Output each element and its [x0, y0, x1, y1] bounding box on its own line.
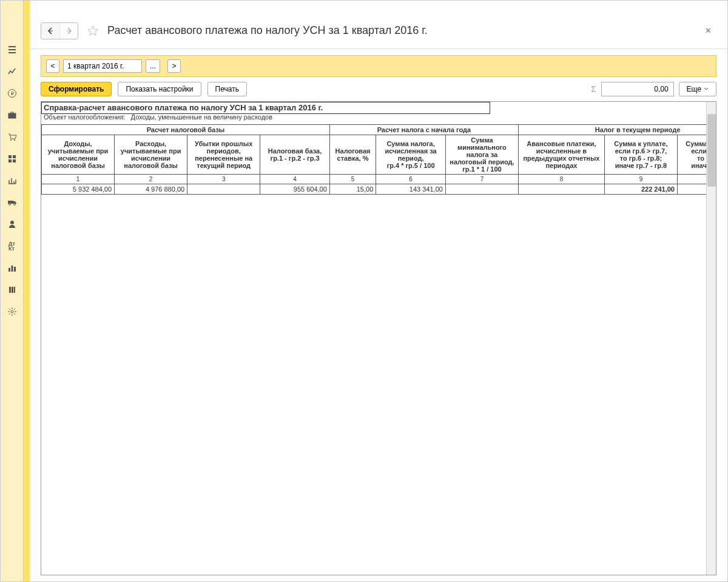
- tax-object-value: Доходы, уменьшенные на величину расходов: [131, 113, 272, 121]
- cell: [445, 184, 518, 195]
- nav-forward-button[interactable]: [59, 23, 78, 39]
- scrollbar-thumb[interactable]: [707, 114, 716, 187]
- group-header: Налог в текущем периоде: [518, 125, 716, 135]
- svg-rect-19: [14, 287, 15, 293]
- report-title: Справка-расчет авансового платежа по нал…: [41, 102, 716, 113]
- svg-rect-15: [11, 266, 13, 272]
- col-header: Расходы, учитываемые при исчислении нало…: [115, 135, 187, 175]
- col-num: 5: [329, 175, 376, 184]
- more-button-label: Еще: [687, 85, 701, 93]
- period-select-button[interactable]: ...: [146, 59, 160, 73]
- group-header: Расчет налога с начала года: [329, 125, 518, 135]
- vertical-scrollbar[interactable]: [706, 102, 716, 575]
- more-button[interactable]: Еще: [679, 82, 716, 96]
- menu-icon[interactable]: [5, 43, 19, 56]
- col-num: 6: [376, 175, 446, 184]
- svg-rect-3: [11, 112, 13, 113]
- svg-rect-16: [14, 267, 16, 272]
- svg-point-12: [13, 204, 15, 206]
- sum-field[interactable]: [601, 82, 674, 96]
- col-num: 7: [445, 175, 518, 184]
- transactions-icon[interactable]: ДтКт: [5, 239, 19, 253]
- close-button[interactable]: ✕: [700, 24, 716, 38]
- generate-button[interactable]: Сформировать: [41, 82, 112, 96]
- col-num: 2: [115, 175, 187, 184]
- tax-object-label: Объект налогообложения:: [44, 113, 125, 121]
- cell: [518, 184, 604, 195]
- nav-back-button[interactable]: [41, 23, 59, 39]
- table-row[interactable]: 5 932 484,00 4 976 880,00 955 604,00 15,…: [42, 184, 717, 195]
- svg-rect-8: [8, 159, 12, 162]
- accent-strip: [24, 1, 30, 581]
- svg-point-4: [10, 139, 12, 141]
- table-colnum-row: 1 2 3 4 5 6 7 8 9 10: [42, 175, 717, 184]
- favorite-star-icon[interactable]: [86, 24, 100, 38]
- arrow-right-icon: [66, 27, 73, 35]
- col-num: 4: [260, 175, 330, 184]
- toolbar: Сформировать Показать настройки Печать Σ…: [30, 77, 727, 101]
- col-num: 1: [42, 175, 115, 184]
- col-header: Авансовые платежи, исчисленные в предыду…: [518, 135, 604, 175]
- col-header: Налоговая ставка, %: [329, 135, 376, 175]
- bar-chart-icon[interactable]: [5, 261, 19, 275]
- col-header: Доходы, учитываемые при исчислении налог…: [42, 135, 115, 175]
- titlebar: Расчет авансового платежа по налогу УСН …: [30, 13, 727, 49]
- briefcase-icon[interactable]: [5, 109, 19, 122]
- col-header: Сумма минимального налога за налоговый п…: [445, 135, 518, 175]
- period-input[interactable]: [63, 59, 142, 73]
- ruble-icon[interactable]: ₽: [5, 87, 19, 100]
- grid-icon[interactable]: [5, 152, 19, 166]
- svg-rect-6: [8, 155, 12, 158]
- nav-buttons: [41, 22, 78, 39]
- svg-point-13: [10, 221, 14, 224]
- analytics-icon[interactable]: [5, 174, 19, 187]
- main-content: Расчет авансового платежа по налогу УСН …: [30, 1, 727, 581]
- svg-text:₽: ₽: [10, 91, 13, 96]
- page-title: Расчет авансового платежа по налогу УСН …: [107, 24, 428, 37]
- period-next-button[interactable]: >: [167, 59, 181, 73]
- cell: 15,00: [329, 184, 376, 195]
- col-num: 9: [604, 175, 677, 184]
- cell: 4 976 880,00: [115, 184, 187, 195]
- cell: 222 241,00: [604, 184, 677, 195]
- report-subtitle: Объект налогообложения: Доходы, уменьшен…: [41, 113, 716, 124]
- col-header: Убытки прошлых периодов, перенесенные на…: [187, 135, 260, 175]
- svg-rect-7: [13, 155, 16, 158]
- report-area[interactable]: Справка-расчет авансового платежа по нал…: [41, 101, 716, 575]
- truck-icon[interactable]: [5, 196, 19, 209]
- user-icon[interactable]: [5, 218, 19, 231]
- chevron-down-icon: [704, 87, 709, 92]
- report-table: Расчет налоговой базы Расчет налога с на…: [41, 124, 716, 195]
- period-prev-button[interactable]: <: [46, 59, 59, 73]
- settings-icon[interactable]: [5, 305, 19, 318]
- svg-rect-2: [8, 113, 16, 118]
- period-bar: < ... >: [41, 55, 716, 77]
- col-header: Налоговая база, гр.1 - гр.2 - гр.3: [260, 135, 330, 175]
- svg-point-5: [14, 139, 15, 141]
- svg-point-11: [8, 204, 10, 206]
- cell: 143 341,00: [376, 184, 446, 195]
- col-header: Сумма к уплате, если гр.6 > гр.7, то гр.…: [604, 135, 677, 175]
- svg-point-20: [11, 310, 13, 313]
- sigma-icon: Σ: [591, 84, 596, 94]
- sidebar: ₽ ДтКт: [1, 1, 24, 581]
- svg-rect-9: [13, 159, 16, 162]
- col-num: 3: [187, 175, 260, 184]
- cart-icon[interactable]: [5, 130, 19, 144]
- svg-rect-14: [8, 268, 10, 272]
- table-header-row: Доходы, учитываемые при исчислении налог…: [42, 135, 717, 175]
- arrow-left-icon: [47, 27, 54, 35]
- table-group-row: Расчет налоговой базы Расчет налога с на…: [42, 125, 717, 135]
- cell: 955 604,00: [260, 184, 330, 195]
- col-header: Сумма налога, исчисленная за период, гр.…: [376, 135, 446, 175]
- library-icon[interactable]: [5, 283, 19, 296]
- app-window: ₽ ДтКт Расчет авансового платежа: [0, 0, 728, 582]
- cell: 5 932 484,00: [42, 184, 115, 195]
- col-num: 8: [518, 175, 604, 184]
- print-button[interactable]: Печать: [207, 82, 247, 96]
- svg-rect-18: [12, 287, 13, 293]
- svg-rect-10: [8, 201, 13, 204]
- show-settings-button[interactable]: Показать настройки: [118, 82, 201, 96]
- chart-line-icon[interactable]: [5, 65, 19, 78]
- group-header: Расчет налоговой базы: [42, 125, 330, 135]
